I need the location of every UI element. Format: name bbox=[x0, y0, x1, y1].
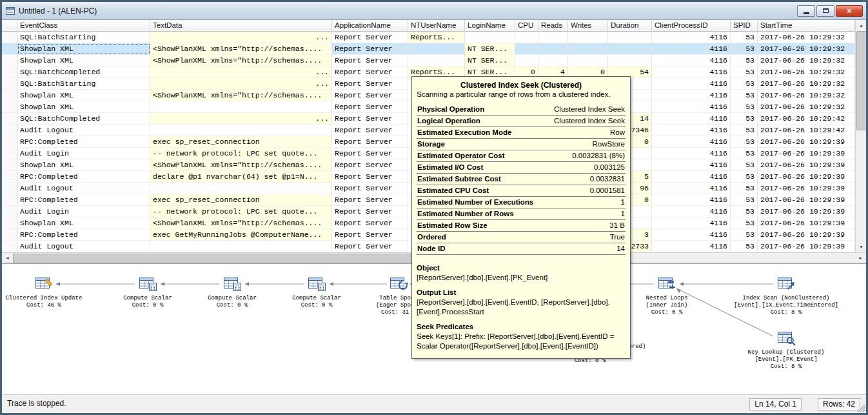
column-header-eventClass[interactable]: EventClass bbox=[17, 20, 150, 32]
cell-clientProcessId: 4116 bbox=[652, 241, 731, 252]
resize-grip[interactable] bbox=[857, 404, 865, 412]
cell-startTime: 2017-06-26 10:29:32 bbox=[758, 43, 855, 55]
cell-textData: exec GetMyRunningJobs @ComputerName... bbox=[150, 229, 332, 241]
cell-spid: 53 bbox=[731, 32, 758, 43]
cell-clientProcessId: 4116 bbox=[652, 229, 731, 241]
trace-row[interactable]: Showplan XML<ShowPlanXML xmlns="http://s… bbox=[2, 55, 855, 66]
column-header-spid[interactable]: SPID bbox=[731, 20, 758, 32]
maximize-icon bbox=[823, 8, 829, 13]
tooltip-property-row: Logical OperationClustered Index Seek bbox=[417, 116, 626, 127]
column-header-duration[interactable]: Duration bbox=[608, 20, 652, 32]
cell-gutter bbox=[2, 148, 17, 159]
column-header-textData[interactable]: TextData bbox=[150, 20, 332, 32]
cell-spid: 53 bbox=[731, 229, 758, 241]
tooltip-property-row: Estimated I/O Cost0.003125 bbox=[417, 162, 626, 174]
scroll-right-button[interactable]: ► bbox=[855, 253, 866, 263]
cell-clientProcessId: 4116 bbox=[652, 148, 731, 159]
cell-applicationName: Report Server bbox=[332, 183, 408, 194]
cell-clientProcessId: 4116 bbox=[652, 206, 731, 218]
cell-eventClass: Showplan XML bbox=[17, 101, 150, 113]
tooltip-property-label: Physical Operation bbox=[417, 105, 484, 114]
cell-gutter bbox=[2, 90, 17, 101]
column-header-loginName[interactable]: LoginName bbox=[465, 20, 515, 32]
cell-eventClass: Showplan XML bbox=[17, 218, 150, 229]
status-message: Trace is stopped. bbox=[7, 399, 66, 408]
tooltip-property-value: True bbox=[610, 232, 625, 242]
cell-clientProcessId: 4116 bbox=[652, 113, 731, 125]
cell-applicationName: Report Server bbox=[332, 43, 408, 55]
cell-startTime: 2017-06-26 10:29:39 bbox=[758, 241, 855, 252]
plan-node-scan[interactable]: Index Scan (NonClustered)[Event].[IX_Eve… bbox=[715, 276, 857, 316]
vertical-scrollbar[interactable]: ▲ ▼ bbox=[855, 20, 866, 252]
tooltip-property-value: RowStore bbox=[593, 139, 626, 149]
status-bar: Trace is stopped. Ln 14, Col 1 Rows: 42 bbox=[2, 394, 866, 413]
minimize-button[interactable] bbox=[797, 5, 815, 17]
column-header-ntUserName[interactable]: NTUserName bbox=[408, 20, 465, 32]
app-icon bbox=[5, 6, 15, 16]
cell-startTime: 2017-06-26 10:29:32 bbox=[758, 90, 855, 101]
vertical-scroll-thumb[interactable] bbox=[856, 31, 867, 130]
cell-gutter bbox=[2, 241, 17, 252]
column-header-gutter[interactable] bbox=[2, 20, 17, 32]
column-header-cpu[interactable]: CPU bbox=[515, 20, 538, 32]
column-header-clientProcessId[interactable]: ClientProcessID bbox=[652, 20, 731, 32]
cell-gutter bbox=[2, 171, 17, 183]
trace-row[interactable]: SQL:BatchStarting...Report ServerReportS… bbox=[2, 32, 855, 43]
column-header-reads[interactable]: Reads bbox=[538, 20, 568, 32]
cell-spid: 53 bbox=[731, 218, 758, 229]
execution-plan-tooltip: Clustered Index Seek (Clustered) Scannin… bbox=[411, 76, 631, 359]
close-button[interactable]: × bbox=[836, 5, 863, 17]
tooltip-property-label: Estimated Row Size bbox=[417, 221, 488, 230]
cell-loginName bbox=[465, 32, 515, 43]
cell-textData bbox=[150, 183, 332, 194]
titlebar[interactable]: Untitled - 1 (ALEN-PC) × bbox=[2, 2, 866, 20]
cell-clientProcessId: 4116 bbox=[652, 66, 731, 78]
plan-node-lookup[interactable]: Key Lookup (Clustered)[Event].[PK_Event]… bbox=[715, 330, 857, 370]
tooltip-section-title: Output List bbox=[417, 288, 626, 298]
cell-gutter bbox=[2, 66, 17, 78]
trace-row[interactable]: Showplan XML<ShowPlanXML xmlns="http://s… bbox=[2, 43, 855, 55]
cell-eventClass: Audit Logout bbox=[17, 183, 150, 194]
cell-gutter bbox=[2, 32, 17, 43]
column-header-startTime[interactable]: StartTime bbox=[758, 20, 855, 32]
cell-gutter bbox=[2, 194, 17, 206]
cell-startTime: 2017-06-26 10:29:32 bbox=[758, 78, 855, 90]
maximize-button[interactable] bbox=[816, 5, 834, 17]
cell-eventClass: SQL:BatchCompleted bbox=[17, 113, 150, 125]
cell-textData: -- network protocol: LPC set quote... bbox=[150, 206, 332, 218]
row-count-indicator: Rows: 42 bbox=[818, 398, 860, 410]
cell-textData: ... bbox=[150, 78, 332, 90]
cell-eventClass: RPC:Completed bbox=[17, 229, 150, 241]
tooltip-property-value: 14 bbox=[616, 244, 625, 254]
cell-startTime: 2017-06-26 10:29:39 bbox=[758, 148, 855, 159]
tooltip-property-label: Node ID bbox=[417, 244, 445, 254]
cell-startTime: 2017-06-26 10:29:39 bbox=[758, 218, 855, 229]
scroll-down-button[interactable]: ▼ bbox=[856, 241, 867, 252]
tooltip-property-label: Estimated Subtree Cost bbox=[417, 174, 501, 184]
compute-operator-icon bbox=[222, 276, 242, 292]
column-header-applicationName[interactable]: ApplicationName bbox=[332, 20, 408, 32]
cell-eventClass: Audit Logout bbox=[17, 125, 150, 136]
cell-spid: 53 bbox=[731, 113, 758, 125]
plan-node-label: [Event].[PK_Event] bbox=[715, 356, 857, 363]
cell-ntUserName: ReportS... bbox=[408, 32, 465, 43]
tooltip-property-value: Clustered Index Seek bbox=[554, 105, 625, 114]
cell-spid: 53 bbox=[731, 206, 758, 218]
scroll-up-button[interactable]: ▲ bbox=[856, 20, 867, 31]
cell-reads bbox=[538, 32, 568, 43]
cell-startTime: 2017-06-26 10:29:39 bbox=[758, 171, 855, 183]
column-header-writes[interactable]: Writes bbox=[568, 20, 608, 32]
cell-eventClass: SQL:BatchStarting bbox=[17, 78, 150, 90]
tooltip-property-label: Logical Operation bbox=[417, 116, 480, 126]
cell-reads bbox=[538, 55, 568, 66]
cell-applicationName: Report Server bbox=[332, 113, 408, 125]
cell-clientProcessId: 4116 bbox=[652, 90, 731, 101]
cell-spid: 53 bbox=[731, 101, 758, 113]
scroll-left-button[interactable]: ◄ bbox=[2, 253, 13, 263]
cell-textData bbox=[150, 125, 332, 136]
cell-gutter bbox=[2, 229, 17, 241]
tooltip-property-value: 1 bbox=[621, 197, 625, 207]
cell-eventClass: Showplan XML bbox=[17, 55, 150, 66]
cell-cpu bbox=[515, 43, 538, 55]
cell-eventClass: Showplan XML bbox=[17, 90, 150, 101]
